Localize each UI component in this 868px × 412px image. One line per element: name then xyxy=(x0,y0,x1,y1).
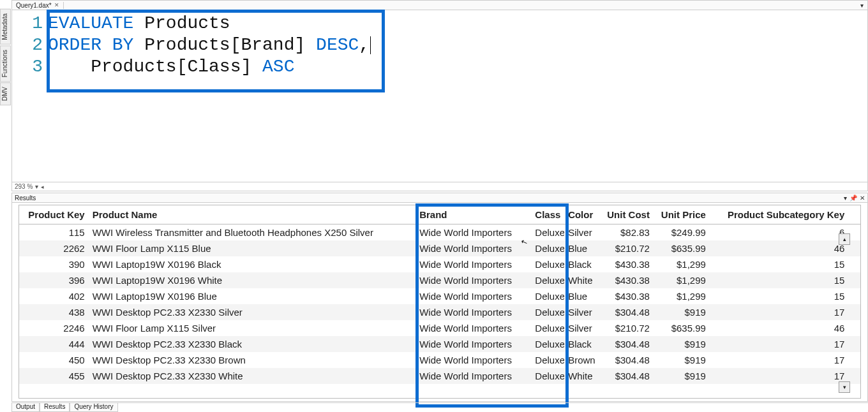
scrollbar-gutter xyxy=(848,352,860,368)
cell: Brown xyxy=(564,352,597,368)
cell: 402 xyxy=(19,288,89,304)
scroll-up-icon[interactable]: ▴ xyxy=(839,233,850,245)
cell: Black xyxy=(564,336,597,352)
cell: 46 xyxy=(710,320,848,336)
code-line: ORDER BY Products[Brand] DESC, xyxy=(48,34,371,56)
scrollbar-gutter xyxy=(848,224,860,241)
editor-tab-bar: Query1.dax* ✕ ▾ xyxy=(12,1,867,10)
cell: Deluxe xyxy=(531,256,564,272)
dropdown-icon[interactable]: ▾ xyxy=(844,195,847,202)
cell: $1,299 xyxy=(654,256,710,272)
dropdown-icon[interactable]: ▾ xyxy=(857,2,867,9)
cell: $635.99 xyxy=(654,240,710,256)
cell: Wide World Importers xyxy=(415,272,531,288)
table-row[interactable]: 455WWI Desktop PC2.33 X2330 WhiteWide Wo… xyxy=(19,368,860,384)
close-icon[interactable]: ✕ xyxy=(54,2,59,8)
tab-results[interactable]: Results xyxy=(40,403,70,412)
table-row[interactable]: 396WWI Laptop19W X0196 WhiteWide World I… xyxy=(19,272,860,288)
table-row[interactable]: 115WWI Wireless Transmitter and Bluetoot… xyxy=(19,224,860,241)
cell: Wide World Importers xyxy=(415,256,531,272)
scroll-down-icon[interactable]: ▾ xyxy=(839,381,850,393)
cell: 17 xyxy=(710,368,848,384)
editor-tab-query1[interactable]: Query1.dax* ✕ xyxy=(12,2,64,9)
cell: 444 xyxy=(19,336,89,352)
side-tab-functions[interactable]: Functions xyxy=(0,45,11,82)
cell: WWI Laptop19W X0196 Black xyxy=(89,256,415,272)
cell: Wide World Importers xyxy=(415,320,531,336)
cell: Silver xyxy=(564,224,597,241)
line-number: 2 xyxy=(12,34,45,56)
cell: 17 xyxy=(710,304,848,320)
cell: WWI Floor Lamp X115 Silver xyxy=(89,320,415,336)
cell: $304.48 xyxy=(597,336,654,352)
cell: Blue xyxy=(564,288,597,304)
table-row[interactable]: 438WWI Desktop PC2.33 X2330 SilverWide W… xyxy=(19,304,860,320)
scrollbar-gutter xyxy=(848,256,860,272)
cell: Black xyxy=(564,256,597,272)
zoom-dropdown-icon[interactable]: ▾ xyxy=(35,183,38,190)
code-editor[interactable]: 123 EVALUATE ProductsORDER BY Products[B… xyxy=(12,10,867,185)
cell: 455 xyxy=(19,368,89,384)
table-row[interactable]: 390WWI Laptop19W X0196 BlackWide World I… xyxy=(19,256,860,272)
cell: Deluxe xyxy=(531,368,564,384)
cell: $430.38 xyxy=(597,272,654,288)
column-header[interactable]: Unit Price xyxy=(654,205,710,224)
editor-tab-label: Query1.dax* xyxy=(16,2,52,9)
column-header[interactable]: Product Name xyxy=(89,205,415,224)
side-tab-metadata[interactable]: Metadata xyxy=(0,9,11,45)
cell: 2262 xyxy=(19,240,89,256)
results-grid[interactable]: Product KeyProduct NameBrandClassColorUn… xyxy=(19,205,861,399)
cell: Blue xyxy=(564,240,597,256)
side-tab-dmv[interactable]: DMV xyxy=(0,82,11,105)
cell: 450 xyxy=(19,352,89,368)
table-row[interactable]: 2246WWI Floor Lamp X115 SilverWide World… xyxy=(19,320,860,336)
close-icon[interactable]: ✕ xyxy=(860,195,865,202)
tab-output[interactable]: Output xyxy=(11,403,40,412)
code-line: Products[Class] ASC xyxy=(48,56,371,78)
table-row[interactable]: 444WWI Desktop PC2.33 X2330 BlackWide Wo… xyxy=(19,336,860,352)
cell: Silver xyxy=(564,320,597,336)
pin-icon[interactable]: 📌 xyxy=(849,195,857,202)
zoom-level[interactable]: 293 % xyxy=(15,183,33,190)
cell: $1,299 xyxy=(654,288,710,304)
column-header[interactable]: Unit Cost xyxy=(597,205,654,224)
cell: 438 xyxy=(19,304,89,320)
code-text: EVALUATE ProductsORDER BY Products[Brand… xyxy=(48,13,371,78)
side-tab-strip: Metadata Functions DMV xyxy=(0,9,11,106)
scrollbar-gutter xyxy=(848,272,860,288)
cell: $1,299 xyxy=(654,272,710,288)
cell: 390 xyxy=(19,256,89,272)
scrollbar-gutter xyxy=(848,288,860,304)
zoom-bar: 293 % ▾ ◂ xyxy=(12,182,867,191)
code-line: EVALUATE Products xyxy=(48,13,371,34)
cell: Deluxe xyxy=(531,288,564,304)
cell: Wide World Importers xyxy=(415,368,531,384)
column-header[interactable]: Color xyxy=(564,205,597,224)
cell: WWI Desktop PC2.33 X2330 Black xyxy=(89,336,415,352)
cell: Wide World Importers xyxy=(415,304,531,320)
table-row[interactable]: 450WWI Desktop PC2.33 X2330 BrownWide Wo… xyxy=(19,352,860,368)
column-header[interactable]: Product Subcategory Key xyxy=(710,205,848,224)
cell: $919 xyxy=(654,336,710,352)
scrollbar-gutter xyxy=(848,336,860,352)
cell: Deluxe xyxy=(531,352,564,368)
column-header[interactable]: Product Key xyxy=(19,205,89,224)
cell: $304.48 xyxy=(597,304,654,320)
line-number: 3 xyxy=(12,56,45,78)
cell: 17 xyxy=(710,352,848,368)
cell: $249.99 xyxy=(654,224,710,241)
cell: Wide World Importers xyxy=(415,352,531,368)
table-row[interactable]: 2262WWI Floor Lamp X115 BlueWide World I… xyxy=(19,240,860,256)
cell: $210.72 xyxy=(597,320,654,336)
column-header[interactable]: Brand xyxy=(415,205,531,224)
cell: $430.38 xyxy=(597,288,654,304)
column-header[interactable]: Class xyxy=(531,205,564,224)
cell: $430.38 xyxy=(597,256,654,272)
cell: $210.72 xyxy=(597,240,654,256)
line-gutter: 123 xyxy=(12,13,45,78)
table-row[interactable]: 402WWI Laptop19W X0196 BlueWide World Im… xyxy=(19,288,860,304)
tab-query-history[interactable]: Query History xyxy=(70,403,117,412)
zoom-left-icon[interactable]: ◂ xyxy=(41,184,44,190)
results-title-label: Results xyxy=(15,195,36,202)
cell: Deluxe xyxy=(531,224,564,241)
